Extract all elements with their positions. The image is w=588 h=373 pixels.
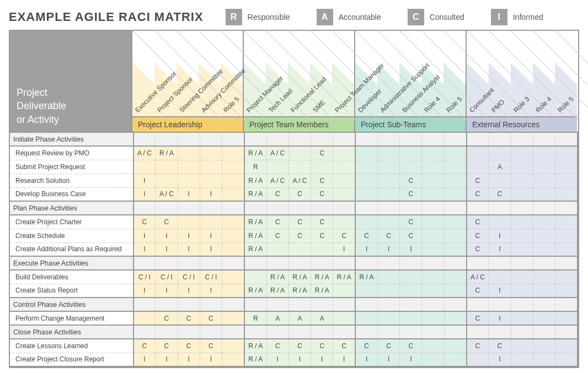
raci-cell — [200, 215, 222, 229]
raci-cell: I — [377, 353, 399, 366]
document-title: EXAMPLE AGILE RACI MATRIX — [9, 10, 204, 24]
raci-cell — [266, 298, 288, 311]
raci-cell: I — [489, 242, 511, 256]
raci-cell — [489, 174, 511, 187]
raci-cell — [333, 215, 355, 229]
raci-cell: I — [200, 229, 222, 242]
column-group-label: Project Team Members — [244, 116, 354, 132]
raci-cell: C — [377, 339, 399, 353]
column-group: Project ManagerTech LeadFunctional LeadS… — [244, 31, 355, 132]
column-group: DeveloperAdministrative SupportBusiness … — [355, 31, 467, 132]
raci-cell — [444, 339, 466, 353]
activity-label: Create Schedule — [10, 229, 133, 242]
raci-cell — [200, 160, 222, 174]
raci-cell — [422, 187, 444, 201]
raci-cell: C — [133, 215, 156, 229]
raci-cell — [400, 270, 422, 284]
raci-cell: R / A — [288, 284, 311, 298]
raci-cell: I — [200, 187, 222, 201]
raci-cell — [333, 298, 355, 311]
raci-cell — [511, 298, 533, 311]
column-header: Project Team Manager — [332, 31, 354, 116]
raci-cell — [311, 160, 333, 174]
raci-cell: C — [200, 339, 222, 353]
raci-cell: C — [266, 187, 288, 201]
raci-cell — [489, 325, 511, 339]
raci-cell — [489, 256, 511, 270]
raci-cell — [555, 132, 578, 146]
raci-cell — [222, 353, 244, 366]
raci-cell — [422, 311, 444, 325]
raci-cell — [156, 174, 178, 187]
raci-cell — [533, 201, 555, 215]
column-header: Role 4 — [533, 31, 555, 116]
raci-cell — [222, 311, 244, 325]
activity-label: Build Deliverables — [10, 270, 133, 284]
raci-cell: C — [156, 311, 178, 325]
raci-cell: I — [333, 242, 355, 256]
raci-cell: C / I — [178, 270, 200, 284]
raci-cell: I — [355, 353, 377, 366]
raci-cell — [511, 339, 533, 353]
raci-cell: R / A — [333, 270, 355, 284]
raci-cell: C / I — [133, 270, 156, 284]
raci-cell — [533, 270, 555, 284]
legend-label: Accountable — [339, 13, 381, 21]
raci-cell: I — [200, 242, 222, 256]
raci-cell — [133, 298, 156, 311]
raci-cell — [422, 284, 444, 298]
raci-cell — [200, 256, 222, 270]
column-header: Executive Sponsor — [132, 31, 154, 116]
raci-cell — [489, 201, 511, 215]
raci-cell — [333, 325, 355, 339]
raci-cell: C — [400, 174, 422, 187]
raci-cell: I — [178, 284, 200, 298]
raci-cell — [355, 146, 377, 160]
raci-cell: I — [489, 229, 511, 242]
raci-cell: R — [244, 311, 266, 325]
column-groups: Executive SponsorProject SponsorSteering… — [132, 31, 578, 132]
raci-cell — [511, 353, 533, 366]
raci-cell: C — [467, 311, 489, 325]
raci-cell: C — [400, 215, 422, 229]
raci-cell: R / A — [244, 284, 266, 298]
raci-cell: R / A — [311, 270, 333, 284]
phase-label: Control Phase Activities — [10, 298, 133, 311]
raci-cell — [377, 160, 399, 174]
raci-cell — [467, 132, 489, 146]
phase-row: Close Phase Activities — [10, 325, 578, 339]
raci-cell — [555, 311, 578, 325]
raci-cell — [355, 174, 377, 187]
phase-row: Control Phase Activities — [10, 298, 578, 311]
raci-cell — [533, 353, 555, 366]
raci-cell — [377, 270, 399, 284]
raci-cell — [511, 256, 533, 270]
activity-label: Create Project Charter — [10, 215, 133, 229]
raci-cell — [511, 270, 533, 284]
raci-cell — [444, 229, 466, 242]
raci-cell — [355, 256, 377, 270]
raci-cell — [133, 311, 156, 325]
raci-cell — [444, 311, 466, 325]
raci-cell — [178, 256, 200, 270]
raci-cell — [533, 284, 555, 298]
row-axis-title: ProjectDeliverableor Activity — [10, 31, 132, 132]
raci-cell: I — [156, 242, 178, 256]
raci-cell — [444, 242, 466, 256]
raci-cell: R / A — [244, 146, 266, 160]
raci-cell: R / A — [288, 270, 311, 284]
raci-cell — [422, 353, 444, 366]
column-header: Role 3 — [511, 31, 533, 116]
raci-cell — [355, 284, 377, 298]
raci-cell — [355, 201, 377, 215]
raci-cell — [444, 132, 466, 146]
raci-cell — [467, 160, 489, 174]
raci-cell — [355, 215, 377, 229]
raci-cell: C — [333, 229, 355, 242]
raci-cell — [288, 298, 311, 311]
raci-cell — [533, 146, 555, 160]
raci-cell: I — [311, 353, 333, 366]
column-group: Executive SponsorProject SponsorSteering… — [132, 31, 244, 132]
raci-cell: A — [288, 311, 311, 325]
raci-cell — [178, 215, 200, 229]
